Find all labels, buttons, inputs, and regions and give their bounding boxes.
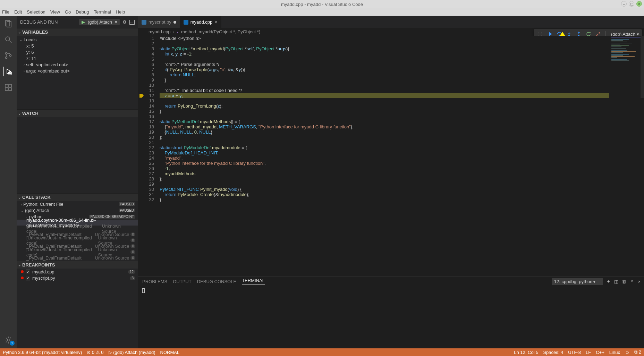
chevron-down-icon: ▾ [115,19,117,25]
svg-point-6 [10,55,11,57]
menu-selection[interactable]: Selection [27,9,45,15]
maximize-icon[interactable]: ▢ [629,1,634,7]
menu-help[interactable]: Help [116,9,125,15]
stack-frame[interactable]: [Unknown/Just-In-Time compiled code]Unkn… [17,226,138,231]
close-icon[interactable]: × [636,1,642,7]
stack-frame[interactable]: _PyEval_EvalFrameDefaultUnknown Source0 [17,255,138,261]
status-eol[interactable]: LF [586,350,591,355]
section-variables-header[interactable]: ⌄VARIABLES [17,28,138,36]
statusbar: Python 3.6.9 64-bit ('myadd': virtualenv… [0,348,644,356]
stack-frame[interactable]: [Unknown/Just-In-Time compiled code]Unkn… [17,249,138,255]
var-args[interactable]: › args: <optimized out> [17,68,138,74]
breakpoint-item[interactable]: ✓myscript.py3 [17,275,138,281]
sidebar-title: DEBUG AND RUN [20,19,58,25]
editor-area: ⋮⋮ (gdb) Attach▾ myscript.py myadd.cpp× … [138,16,644,348]
maximize-panel-icon[interactable]: ＾ [630,278,634,285]
callstack-body: › Python: Current FilePAUSED ⌄ (gdb) Att… [17,201,138,261]
panel: PROBLEMS OUTPUT DEBUG CONSOLE TERMINAL 1… [138,276,644,348]
minimap[interactable] [609,36,644,276]
menu-view[interactable]: View [50,9,60,15]
status-notifications[interactable]: ⧉ 2 [634,349,641,355]
callstack-session-python[interactable]: › Python: Current FilePAUSED [17,201,138,207]
status-os[interactable]: Linux [609,350,620,355]
section-callstack-header[interactable]: ⌄CALL STACK [17,193,138,201]
breakpoint-dot-icon [21,277,24,279]
menu-debug[interactable]: Debug [76,9,89,15]
terminal-body[interactable] [138,286,644,348]
chevron-down-icon: ⌄ [18,263,21,267]
status-encoding[interactable]: UTF-8 [568,350,581,355]
activitybar: 1 [0,16,17,348]
watch-body [17,117,138,193]
status-indent[interactable]: Spaces: 4 [543,350,563,355]
panel-tab-debugconsole[interactable]: DEBUG CONSOLE [197,279,236,284]
svg-rect-15 [9,88,11,91]
python-file-icon [142,20,146,25]
breakpoints-body: ✓myadd.cpp12 ✓myscript.py3 [17,269,138,281]
svg-line-3 [9,41,11,43]
panel-tab-problems[interactable]: PROBLEMS [142,279,167,284]
breadcrumb-symbol[interactable]: method_myadd(PyObject *, PyObject *) [181,29,260,34]
var-self[interactable]: › self: <optimized out> [17,61,138,68]
panel-tab-terminal[interactable]: TERMINAL [242,278,265,285]
code-editor[interactable]: 1234567891011121314151617181920212223242… [138,36,644,276]
breakpoint-checkbox[interactable]: ✓ [26,276,30,280]
section-watch-header[interactable]: ⌄WATCH [17,109,138,117]
tab-myscript[interactable]: myscript.py [138,16,180,28]
tab-myadd[interactable]: myadd.cpp× [180,16,221,28]
source-control-icon[interactable] [3,51,13,60]
split-terminal-icon[interactable]: ◫ [614,279,618,284]
status-debug[interactable]: ▷ (gdb) Attach (myadd) [109,350,155,355]
status-problems[interactable]: ⊘ 0 ⚠ 0 [87,350,103,355]
status-cursor[interactable]: Ln 12, Col 5 [514,350,538,355]
terminal-selector[interactable]: 12: cppdbg: python ▾ [552,278,603,285]
svg-rect-13 [5,84,8,87]
cpp-file-icon [142,30,146,34]
play-icon: ▶ [82,19,85,25]
debug-sidebar: DEBUG AND RUN ▶ (gdb) Attach ▾ ⚙ ▭ ⌄VARI… [17,16,138,348]
svg-point-17 [7,339,9,341]
method-icon: ⬪ [176,29,179,34]
svg-rect-14 [5,88,8,91]
var-x[interactable]: x: 5 [17,43,138,49]
var-y[interactable]: y: 6 [17,49,138,55]
status-python[interactable]: Python 3.6.9 64-bit ('myadd': virtualenv… [3,350,82,355]
breakpoint-item[interactable]: ✓myadd.cpp12 [17,269,138,275]
status-language[interactable]: C++ [596,350,604,355]
panel-tab-output[interactable]: OUTPUT [173,279,191,284]
breadcrumb-file[interactable]: myadd.cpp [149,29,171,34]
debug-icon[interactable] [3,67,13,76]
menu-edit[interactable]: Edit [14,9,22,15]
scope-locals[interactable]: ⌄ Locals [17,36,138,43]
stack-frame[interactable]: [Unknown/Just-In-Time compiled code]Unkn… [17,237,138,243]
kill-terminal-icon[interactable]: 🗑 [622,279,626,284]
chevron-down-icon: ⌄ [18,30,21,34]
extensions-icon[interactable] [3,83,13,92]
settings-gear-icon[interactable]: 1 [3,335,13,345]
menu-file[interactable]: File [2,9,9,15]
callstack-session-gdb[interactable]: ⌄ (gdb) AttachPAUSED [17,207,138,213]
close-panel-icon[interactable]: × [638,279,641,284]
search-icon[interactable] [3,35,13,44]
svg-rect-16 [9,84,11,87]
explorer-icon[interactable] [3,19,13,28]
launch-config-label: (gdb) Attach [88,19,112,25]
menubar: File Edit Selection View Go Debug Termin… [0,8,644,16]
var-z[interactable]: z: 11 [17,55,138,61]
new-terminal-icon[interactable]: ＋ [606,278,611,285]
window-title: myadd.cpp - myadd - Visual Studio Code [281,2,363,7]
status-vim-mode[interactable]: NORMAL [160,350,180,355]
debug-console-icon[interactable]: ▭ [129,20,135,25]
menu-go[interactable]: Go [65,9,71,15]
section-breakpoints-header[interactable]: ⌄BREAKPOINTS [17,261,138,269]
menu-terminal[interactable]: Terminal [94,9,111,15]
dirty-indicator-icon [173,21,176,24]
minimize-icon[interactable]: – [621,1,627,7]
breakpoint-checkbox[interactable]: ✓ [26,270,30,274]
chevron-down-icon: ⌄ [18,111,21,115]
launch-config-select[interactable]: ▶ (gdb) Attach ▾ [79,19,120,25]
close-tab-icon[interactable]: × [214,19,217,25]
chevron-down-icon: ⌄ [18,195,21,199]
status-feedback-icon[interactable]: ☺ [625,350,629,355]
gear-icon[interactable]: ⚙ [122,19,127,25]
